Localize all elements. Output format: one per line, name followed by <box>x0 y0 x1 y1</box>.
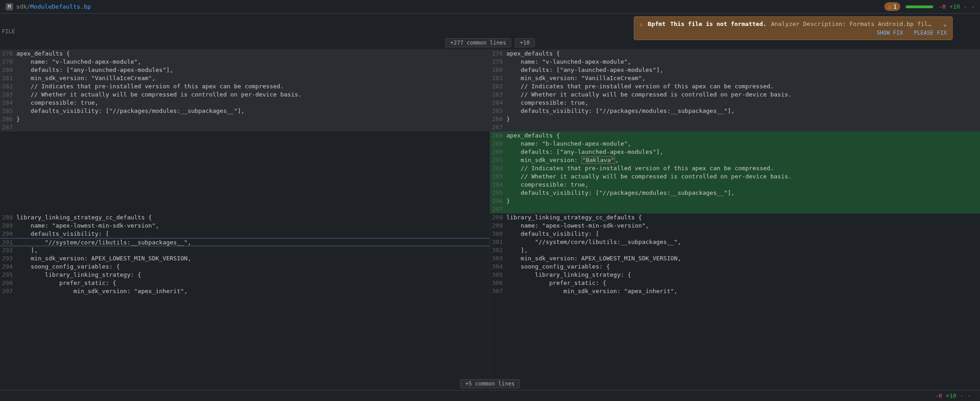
code-line[interactable]: 282 // Indicates that pre-installed vers… <box>0 82 490 91</box>
line-content: name: "apex-lowest-min-sdk-version", <box>507 222 980 230</box>
code-line[interactable]: 292 ], <box>0 246 490 254</box>
code-line[interactable]: 306 prefer_static: { <box>490 279 980 287</box>
line-number: 298 <box>490 213 507 222</box>
code-line[interactable]: 284 compressible: true, <box>0 99 490 107</box>
code-line[interactable]: 289 name: "apex-lowest-min-sdk-version", <box>0 222 490 230</box>
code-line[interactable]: 291 min_sdk_version: "Baklava", <box>490 156 980 164</box>
line-content: // Whether it actually will be compresse… <box>507 91 980 99</box>
code-line[interactable]: 299 name: "apex-lowest-min-sdk-version", <box>490 222 980 230</box>
code-line[interactable]: 294 compressible: true, <box>490 181 980 189</box>
chevron-down-icon[interactable]: ⌄ <box>943 20 947 27</box>
line-number: 289 <box>0 222 16 230</box>
code-line[interactable]: 285 defaults_visibility: ["//packages/mo… <box>0 107 490 115</box>
line-content: compressible: true, <box>16 99 490 107</box>
code-line[interactable]: 280 defaults: ["any-launched-apex-module… <box>0 66 490 74</box>
line-content: min_sdk_version: "Baklava", <box>507 156 980 164</box>
code-line[interactable]: 278apex_defaults { <box>0 50 490 58</box>
code-line[interactable]: 284 compressible: true, <box>490 99 980 107</box>
code-line[interactable]: 286} <box>0 115 490 123</box>
line-number: 288 <box>490 132 507 140</box>
expand-common-bottom-button[interactable]: +5 common lines <box>460 379 519 388</box>
expand-added-button[interactable]: +10 <box>515 38 535 47</box>
code-line[interactable]: 295 defaults_visibility: ["//packages/mo… <box>490 189 980 197</box>
line-number: 280 <box>0 66 16 74</box>
line-content: defaults: ["any-launched-apex-modules"], <box>507 148 980 156</box>
line-number: 293 <box>0 254 16 263</box>
line-number: 280 <box>490 66 507 74</box>
code-line[interactable]: 297 <box>490 205 980 213</box>
line-content: prefer_static: { <box>507 279 980 287</box>
line-number: 290 <box>0 230 16 238</box>
code-line[interactable]: 287 <box>490 123 980 132</box>
code-line[interactable]: 302 ], <box>490 246 980 254</box>
code-line[interactable]: 285 defaults_visibility: ["//packages/mo… <box>490 107 980 115</box>
code-line[interactable]: 295 library_linking_strategy: { <box>0 271 490 279</box>
line-content: } <box>16 115 490 123</box>
code-line[interactable]: 289 name: "b-launched-apex-module", <box>490 140 980 148</box>
expand-common-button[interactable]: +277 common lines <box>445 38 511 47</box>
code-line[interactable]: 290 defaults: ["any-launched-apex-module… <box>490 148 980 156</box>
code-line[interactable]: 298library_linking_strategy_cc_defaults … <box>490 213 980 222</box>
code-line[interactable]: 280 defaults: ["any-launched-apex-module… <box>490 66 980 74</box>
line-number: 296 <box>0 279 16 287</box>
line-number: 283 <box>490 91 507 99</box>
code-line[interactable]: 283 // Whether it actually will be compr… <box>0 91 490 99</box>
warning-count: 1 <box>893 3 897 10</box>
line-content: apex_defaults { <box>16 50 490 58</box>
line-number: 283 <box>0 91 16 99</box>
code-line[interactable]: 307 min_sdk_version: "apex_inherit", <box>490 287 980 295</box>
line-number: 291 <box>0 239 16 246</box>
code-line[interactable]: 281 min_sdk_version: "VanillaIceCream", <box>0 74 490 82</box>
line-number: 282 <box>0 82 16 91</box>
line-content: apex_defaults { <box>507 50 980 58</box>
left-diff-pane[interactable]: 278apex_defaults {279 name: "v-launched-… <box>0 50 490 377</box>
line-number: 285 <box>490 107 507 115</box>
line-content: defaults: ["any-launched-apex-modules"], <box>16 66 490 74</box>
code-line[interactable]: 290 defaults_visibility: [ <box>0 230 490 238</box>
code-line[interactable]: 288apex_defaults { <box>490 132 980 140</box>
code-line[interactable]: 300 defaults_visibility: [ <box>490 230 980 238</box>
code-line[interactable]: 291 "//system/core/libutils:__subpackage… <box>0 238 490 246</box>
line-number: 288 <box>0 213 16 222</box>
code-line[interactable]: 283 // Whether it actually will be compr… <box>490 91 980 99</box>
code-line[interactable]: 294 soong_config_variables: { <box>0 263 490 271</box>
file-path[interactable]: sdk/ModuleDefaults.bp <box>16 3 91 10</box>
warning-badge[interactable]: 1 <box>884 2 901 11</box>
code-line[interactable]: 293 // Whether it actually will be compr… <box>490 173 980 181</box>
left-file-label: FILE <box>0 28 490 35</box>
line-number: 278 <box>0 50 16 58</box>
empty-line <box>0 197 490 205</box>
code-line[interactable]: 304 soong_config_variables: { <box>490 263 980 271</box>
line-content: // Whether it actually will be compresse… <box>16 91 490 99</box>
code-line[interactable]: 303 min_sdk_version: APEX_LOWEST_MIN_SDK… <box>490 254 980 263</box>
line-number: 299 <box>490 222 507 230</box>
line-number: 293 <box>490 173 507 181</box>
code-line[interactable]: 287 <box>0 123 490 132</box>
code-line[interactable]: 293 min_sdk_version: APEX_LOWEST_MIN_SDK… <box>0 254 490 263</box>
code-line[interactable]: 296} <box>490 197 980 205</box>
code-line[interactable]: 278apex_defaults { <box>490 50 980 58</box>
stat-dash: - <box>971 3 975 10</box>
code-line[interactable]: 296 prefer_static: { <box>0 279 490 287</box>
code-line[interactable]: 282 // Indicates that pre-installed vers… <box>490 82 980 91</box>
code-line[interactable]: 279 name: "v-launched-apex-module", <box>490 58 980 66</box>
code-line[interactable]: 286} <box>490 115 980 123</box>
code-line[interactable]: 281 min_sdk_version: "VanillaIceCream", <box>490 74 980 82</box>
code-line[interactable]: 288library_linking_strategy_cc_defaults … <box>0 213 490 222</box>
line-number: 306 <box>490 279 507 287</box>
please-fix-button[interactable]: PLEASE FIX <box>914 30 947 36</box>
empty-line <box>0 140 490 148</box>
code-line[interactable]: 305 library_linking_strategy: { <box>490 271 980 279</box>
code-line[interactable]: 301 "//system/core/libutils:__subpackage… <box>490 238 980 246</box>
code-line[interactable]: 297 min_sdk_version: "apex_inherit", <box>0 287 490 295</box>
line-number: 295 <box>0 271 16 279</box>
notif-message: This file is not formatted. <box>670 20 766 27</box>
line-content: defaults_visibility: ["//packages/module… <box>507 189 980 197</box>
footer-stat-dash: - <box>967 392 971 399</box>
code-line[interactable]: 279 name: "v-launched-apex-module", <box>0 58 490 66</box>
right-diff-pane[interactable]: 278apex_defaults {279 name: "v-launched-… <box>490 50 980 377</box>
line-content: name: "apex-lowest-min-sdk-version", <box>16 222 490 230</box>
code-line[interactable]: 292 // Indicates that pre-installed vers… <box>490 164 980 173</box>
progress-bar <box>906 5 933 8</box>
show-fix-button[interactable]: SHOW FIX <box>877 30 903 36</box>
